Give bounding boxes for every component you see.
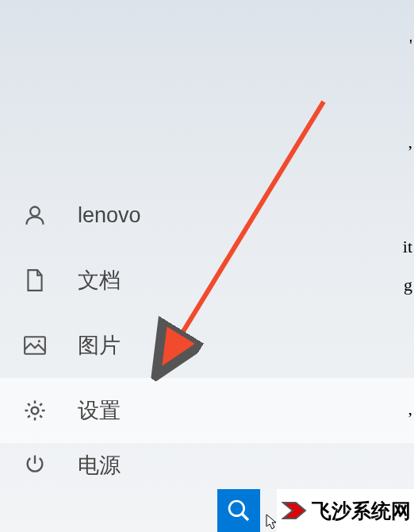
svg-point-0	[30, 207, 40, 217]
edge-char: g	[404, 275, 412, 295]
menu-item-user[interactable]: lenovo	[0, 183, 414, 248]
menu-item-settings[interactable]: 设置	[0, 378, 414, 443]
menu-item-pictures[interactable]: 图片	[0, 313, 414, 378]
user-icon	[22, 202, 48, 228]
svg-point-6	[229, 501, 244, 516]
menu-label-pictures: 图片	[78, 331, 121, 360]
menu-label-settings: 设置	[78, 396, 121, 425]
watermark-text: 飞沙系统网	[312, 498, 411, 524]
edge-char: it	[403, 237, 412, 257]
svg-point-3	[32, 407, 39, 414]
power-icon	[22, 451, 48, 476]
menu-label-power: 电源	[78, 451, 121, 480]
start-menu-sidebar: lenovo 文档 图片 设置	[0, 183, 414, 491]
menu-item-documents[interactable]: 文档	[0, 248, 414, 313]
edge-char: '	[409, 35, 412, 56]
edge-char: ,	[408, 399, 413, 419]
search-icon	[226, 498, 251, 523]
pictures-icon	[22, 333, 48, 358]
svg-line-7	[242, 514, 248, 520]
menu-label-documents: 文档	[78, 266, 121, 295]
menu-item-power[interactable]: 电源	[0, 443, 414, 491]
document-icon	[22, 268, 48, 293]
taskbar-search-button[interactable]	[217, 489, 260, 532]
edge-char: ,	[408, 132, 413, 152]
watermark-arrow-icon	[282, 498, 307, 523]
cursor-icon	[266, 514, 277, 530]
watermark: 飞沙系统网	[277, 489, 414, 532]
svg-point-2	[38, 340, 40, 342]
gear-icon	[22, 398, 48, 423]
menu-label-user: lenovo	[78, 203, 141, 228]
svg-marker-8	[283, 503, 305, 519]
